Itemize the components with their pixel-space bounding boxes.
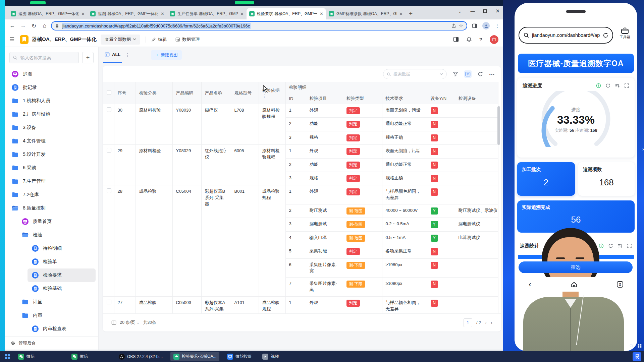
page-size-select[interactable]: 20 条/页 ⌄ bbox=[120, 320, 140, 325]
column-header[interactable]: 产品名称 bbox=[201, 82, 231, 104]
sidebar-item-7[interactable]: 5.设计开发 bbox=[7, 148, 96, 161]
tab-close-icon[interactable]: ✕ bbox=[240, 11, 244, 16]
maximize-button[interactable] bbox=[483, 9, 487, 13]
sidebar-item-20[interactable]: 内审检查表 bbox=[28, 322, 96, 335]
detail-column-header[interactable]: 技术要求 bbox=[382, 93, 427, 104]
browser-menu-icon[interactable]: ⋮ bbox=[495, 23, 500, 29]
table-row-seq-28[interactable]: 28成品检验C05004彩超仪器B系列-采集器B001成品检验规程1外观判定与样… bbox=[103, 185, 498, 204]
info-icon[interactable] bbox=[596, 83, 601, 88]
address-bar[interactable]: jiandaoyun.com/dashboard#/app/62ab110afb… bbox=[51, 21, 467, 31]
reload-icon[interactable] bbox=[603, 33, 608, 38]
bookmark-star-icon[interactable]: ☆ bbox=[459, 23, 463, 29]
forward-button[interactable]: → bbox=[19, 22, 28, 29]
help-icon[interactable]: ? bbox=[479, 37, 482, 42]
sidebar-item-8[interactable]: 6.采购 bbox=[7, 161, 96, 175]
more-options-icon[interactable]: ⋯ bbox=[489, 71, 495, 77]
row-checkbox[interactable] bbox=[107, 300, 111, 304]
sort-icon[interactable] bbox=[618, 243, 623, 248]
browser-tab-2[interactable]: 追溯-器械OA、ERP、GMP一体化✕ bbox=[88, 8, 167, 19]
desktop-search-icon[interactable] bbox=[629, 344, 634, 348]
browser-tab-3[interactable]: 生产任务单-器械OA、ERP、GMP一体化✕ bbox=[167, 8, 247, 19]
new-tab-button[interactable]: + bbox=[409, 10, 413, 17]
home-button[interactable]: ⌂ bbox=[40, 22, 49, 29]
share-icon[interactable] bbox=[451, 23, 456, 28]
chevron-down-icon[interactable] bbox=[440, 73, 443, 75]
row-checkbox[interactable] bbox=[107, 107, 111, 112]
column-header[interactable]: 检验分类 bbox=[136, 82, 172, 104]
refresh-icon[interactable] bbox=[605, 83, 610, 88]
edit-button[interactable]: 编辑 bbox=[151, 37, 167, 43]
sidebar-item-10[interactable]: 7.2仓库 bbox=[7, 188, 96, 201]
stat-card-trace-items[interactable]: 追溯项数 168 bbox=[578, 162, 635, 196]
sidebar-item-6[interactable]: 4.文件管理 bbox=[7, 134, 96, 148]
bell-icon[interactable] bbox=[466, 37, 472, 42]
table-row-seq-29[interactable]: 29原材料检验Y08029红外线治疗仪6005原材料检验规程1外观判定表面无划痕… bbox=[103, 145, 498, 158]
sidebar-item-15[interactable]: 检验单 bbox=[28, 255, 96, 268]
sidebar-item-5[interactable]: 3.设备 bbox=[7, 121, 96, 134]
assistant-app-icon[interactable]: 易 bbox=[633, 352, 641, 361]
home-icon[interactable] bbox=[571, 281, 578, 288]
fullscreen-icon[interactable] bbox=[627, 243, 632, 248]
sidebar-item-1[interactable]: 追溯 bbox=[7, 67, 96, 81]
tab-close-icon[interactable]: ✕ bbox=[161, 11, 164, 16]
sort-icon[interactable] bbox=[615, 83, 620, 88]
page-layout-icon[interactable] bbox=[111, 320, 116, 325]
browser-tab-4[interactable]: 检验要求-器械OA、ERP、GMP一体化✕ bbox=[247, 8, 326, 19]
panel-expand-icon[interactable]: › bbox=[642, 146, 644, 152]
tab-search-icon[interactable]: ⌄ bbox=[458, 9, 462, 14]
taskbar-item-5[interactable]: 微软投屏 bbox=[224, 352, 255, 361]
table-row-seq-30[interactable]: 30原材料检验Y08030磁疗仪L708原材料检验规程1外观判定表面无划痕，污垢… bbox=[103, 104, 498, 118]
sidebar-item-13[interactable]: 检验 bbox=[17, 228, 96, 242]
sidebar-item-19[interactable]: 内审 bbox=[17, 309, 96, 322]
table-scroll-area[interactable]: 序号检验分类产品编码产品名称规格型号检验依据 ⋮检验明细ID检验项目检验类型技术… bbox=[103, 82, 501, 331]
vertical-scrollbar[interactable] bbox=[497, 106, 500, 145]
sidebar-item-17[interactable]: 检验基础 bbox=[28, 282, 96, 295]
refresh-icon[interactable] bbox=[478, 71, 483, 77]
select-all-checkbox[interactable] bbox=[107, 90, 111, 95]
close-window-button[interactable]: ✕ bbox=[495, 8, 500, 14]
taskbar-item-3[interactable]: OBS 27.2.4 (32-bi... bbox=[116, 352, 166, 361]
browser-tab-5[interactable]: GMP标准条款-器械OA、ERP、GMP一体化✕ bbox=[326, 8, 406, 19]
data-manage-button[interactable]: 数据管理 bbox=[175, 37, 200, 43]
browser-tab-1[interactable]: 追溯-器械OA、ERP、GMP一体化✕ bbox=[8, 8, 88, 19]
column-header[interactable]: 规格型号 bbox=[231, 82, 259, 104]
tab-close-icon[interactable]: ✕ bbox=[399, 11, 403, 16]
detail-column-header[interactable]: 检测设备 bbox=[455, 93, 498, 104]
sidebar-item-16[interactable]: 检验要求 bbox=[28, 268, 96, 282]
admin-backend-link[interactable]: 管理后台 bbox=[5, 336, 98, 350]
tab-all[interactable]: ALL bbox=[103, 47, 122, 63]
data-search-box[interactable]: 搜索数据 bbox=[383, 69, 447, 79]
desktop-grid-icon[interactable] bbox=[637, 344, 642, 348]
stat-card-batches[interactable]: 加工批次 2 bbox=[517, 162, 575, 196]
taskbar-item-6[interactable]: 视频 bbox=[259, 352, 282, 361]
reload-button[interactable]: ↻ bbox=[30, 22, 38, 29]
side-panel-icon[interactable] bbox=[472, 23, 477, 28]
taskbar-item-2[interactable]: 微信 bbox=[68, 352, 91, 361]
tab-options-icon[interactable]: ⋮ bbox=[125, 52, 130, 58]
prev-page-icon[interactable]: ‹ bbox=[485, 320, 487, 325]
tab-close-icon[interactable]: ✕ bbox=[320, 11, 323, 16]
sidebar-item-12[interactable]: 质量首页 bbox=[17, 215, 96, 228]
row-checkbox[interactable] bbox=[107, 148, 111, 153]
current-page[interactable]: 1 bbox=[464, 318, 472, 327]
info-icon[interactable] bbox=[599, 243, 604, 248]
collapse-panel-icon[interactable] bbox=[453, 37, 459, 42]
sidebar-search-input[interactable] bbox=[20, 55, 63, 61]
sidebar-item-18[interactable]: 计量 bbox=[17, 295, 96, 309]
sidebar-item-3[interactable]: 1.机构和人员 bbox=[7, 94, 96, 108]
user-avatar[interactable]: 自 bbox=[490, 35, 498, 44]
column-header[interactable]: 产品编码 bbox=[172, 82, 201, 104]
sidebar-item-11[interactable]: 8.质量控制 bbox=[7, 201, 96, 215]
row-checkbox[interactable] bbox=[107, 188, 111, 193]
toolbox-button[interactable]: 工具箱 bbox=[615, 27, 635, 40]
detail-column-header[interactable]: 检验类型 bbox=[343, 93, 382, 104]
start-button[interactable] bbox=[5, 354, 10, 359]
phone-address-bar[interactable]: jiandaoyun.com/dashboard#/app/... bbox=[519, 27, 613, 44]
detail-column-header[interactable]: 检验项目 bbox=[306, 93, 343, 104]
menu-icon[interactable]: ☰ bbox=[9, 36, 14, 43]
filter-button[interactable]: 筛选 bbox=[519, 261, 633, 273]
tab-count-badge[interactable]: 2 bbox=[617, 281, 623, 288]
sidebar-item-2[interactable]: 批记录 bbox=[7, 81, 96, 94]
tab-close-icon[interactable]: ✕ bbox=[81, 11, 85, 16]
detail-column-header[interactable]: ID bbox=[285, 93, 306, 104]
